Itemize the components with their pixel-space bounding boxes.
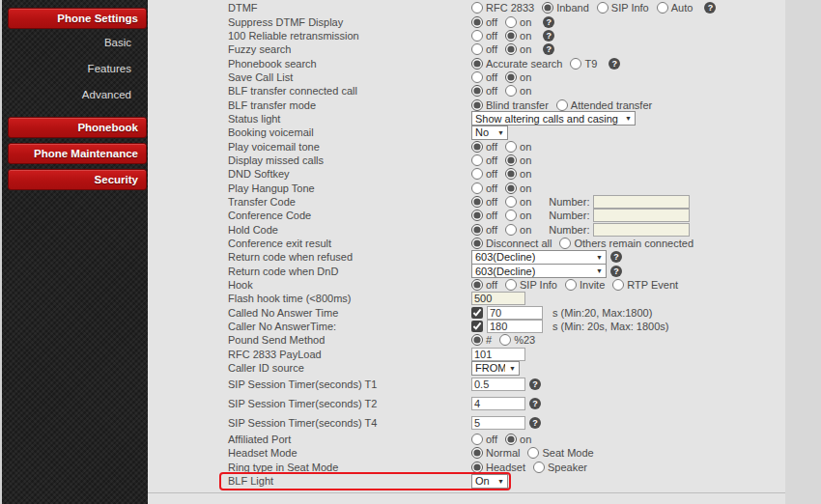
radio-input[interactable] — [499, 334, 511, 346]
radio-option-t9[interactable]: T9 — [570, 58, 597, 70]
radio-option-others-remain-connected[interactable]: Others remain connected — [559, 238, 694, 249]
radio-input[interactable] — [471, 334, 483, 346]
enable-checkbox[interactable] — [471, 307, 483, 319]
radio-input[interactable] — [471, 279, 483, 291]
radio-option-on[interactable]: on — [505, 43, 531, 55]
radio-input[interactable] — [471, 196, 483, 208]
radio-input[interactable] — [471, 141, 483, 153]
radio-option-speaker[interactable]: Speaker — [533, 462, 587, 473]
help-icon[interactable]: ? — [529, 417, 541, 429]
radio-option-blind-transfer[interactable]: Blind transfer — [471, 99, 549, 111]
radio-input[interactable] — [471, 85, 483, 97]
radio-option-rtp-event[interactable]: RTP Event — [612, 279, 678, 291]
text-input-sip-session-timer-seconds-t1[interactable] — [471, 378, 525, 391]
radio-option-on[interactable]: on — [505, 196, 531, 208]
help-icon[interactable]: ? — [610, 266, 622, 277]
radio-input[interactable] — [505, 434, 517, 445]
dropdown-booking-voicemail[interactable]: No▼ — [471, 126, 508, 140]
radio-input[interactable] — [505, 16, 517, 28]
radio-option-off[interactable]: off — [471, 196, 497, 208]
radio-option-off[interactable]: off — [471, 182, 497, 194]
radio-input[interactable] — [471, 182, 483, 194]
radio-input[interactable] — [471, 168, 483, 180]
radio-input[interactable] — [556, 99, 568, 111]
text-input-sip-session-timer-seconds-t4[interactable] — [471, 416, 525, 430]
text-input-hold-code[interactable] — [593, 223, 690, 237]
enable-checkbox[interactable] — [471, 321, 483, 332]
dropdown-blf-light[interactable]: On▼ — [471, 474, 508, 489]
radio-input[interactable] — [471, 2, 483, 14]
radio-option-auto[interactable]: Auto — [657, 2, 694, 14]
text-input-flash-hook-time-800ms-[interactable] — [471, 292, 525, 305]
radio-option-accurate-search[interactable]: Accurate search — [471, 58, 562, 70]
radio-option-on[interactable]: on — [505, 434, 531, 445]
radio-input[interactable] — [471, 462, 483, 473]
sidebar-item-basic[interactable]: Basic — [2, 36, 131, 49]
sidebar-item-features[interactable]: Features — [2, 62, 131, 75]
radio-option-on[interactable]: on — [505, 168, 531, 180]
radio-input[interactable] — [505, 224, 517, 236]
radio-option-rfc-2833[interactable]: RFC 2833 — [471, 2, 534, 14]
radio-input[interactable] — [612, 279, 624, 291]
help-icon[interactable]: ? — [543, 16, 554, 28]
radio-input[interactable] — [471, 58, 483, 70]
sidebar-item-phone-maintenance[interactable]: Phone Maintenance — [8, 143, 147, 164]
radio-input[interactable] — [533, 462, 545, 473]
radio-input[interactable] — [527, 447, 539, 459]
radio-option-normal[interactable]: Normal — [471, 447, 520, 459]
radio-option--[interactable]: # — [471, 334, 492, 346]
radio-option-headset[interactable]: Headset — [471, 462, 525, 473]
help-icon[interactable]: ? — [529, 378, 541, 390]
text-input-sip-session-timer-seconds-t2[interactable] — [471, 397, 525, 410]
radio-input[interactable] — [505, 71, 517, 83]
help-icon[interactable]: ? — [704, 2, 716, 14]
text-input-called-no-answer-time[interactable] — [487, 306, 543, 320]
radio-option-sip-info[interactable]: SIP Info — [505, 279, 557, 291]
radio-input[interactable] — [657, 2, 668, 14]
radio-input[interactable] — [559, 238, 571, 249]
dropdown-return-code-when-dnd[interactable]: 603(Decline)▼ — [471, 264, 607, 278]
radio-option-off[interactable]: off — [471, 224, 497, 236]
radio-option-on[interactable]: on — [505, 154, 531, 166]
radio-option-disconnect-all[interactable]: Disconnect all — [471, 238, 552, 249]
radio-option-seat-mode[interactable]: Seat Mode — [527, 447, 593, 459]
radio-input[interactable] — [505, 85, 517, 97]
text-input-rfc-2833-payload[interactable] — [471, 348, 525, 361]
radio-option-off[interactable]: off — [471, 168, 497, 180]
radio-option-on[interactable]: on — [505, 182, 531, 194]
text-input-transfer-code[interactable] — [593, 195, 690, 209]
radio-option-on[interactable]: on — [505, 71, 531, 83]
help-icon[interactable]: ? — [609, 58, 620, 70]
radio-input[interactable] — [565, 279, 577, 291]
radio-input[interactable] — [505, 141, 517, 153]
radio-option-on[interactable]: on — [505, 85, 531, 97]
radio-option-attended-transfer[interactable]: Attended transfer — [556, 99, 652, 111]
radio-option-sip-info[interactable]: SIP Info — [597, 2, 649, 14]
radio-input[interactable] — [505, 210, 517, 221]
radio-input[interactable] — [570, 58, 581, 70]
help-icon[interactable]: ? — [543, 43, 554, 55]
radio-input[interactable] — [505, 168, 517, 180]
dropdown-status-light[interactable]: Show altering calls and casing LED▼ — [471, 111, 636, 126]
radio-option-off[interactable]: off — [471, 71, 497, 83]
dropdown-caller-id-source[interactable]: FROM▼ — [471, 361, 520, 376]
radio-option-off[interactable]: off — [471, 85, 497, 97]
radio-input[interactable] — [542, 2, 553, 14]
radio-option-on[interactable]: on — [505, 210, 531, 221]
radio-input[interactable] — [505, 196, 517, 208]
radio-option-on[interactable]: on — [505, 224, 531, 236]
radio-option-invite[interactable]: Invite — [565, 279, 605, 291]
radio-input[interactable] — [471, 99, 483, 111]
radio-option-off[interactable]: off — [471, 141, 497, 153]
radio-input[interactable] — [471, 447, 483, 459]
radio-input[interactable] — [471, 30, 483, 42]
sidebar-item-security[interactable]: Security — [8, 169, 147, 190]
sidebar-item-phonebook[interactable]: Phonebook — [8, 117, 147, 138]
help-icon[interactable]: ? — [610, 251, 622, 263]
radio-input[interactable] — [505, 43, 517, 55]
dropdown-return-code-when-refused[interactable]: 603(Decline)▼ — [471, 250, 607, 265]
sidebar-item-advanced[interactable]: Advanced — [2, 88, 131, 101]
radio-option-off[interactable]: off — [471, 434, 497, 445]
radio-input[interactable] — [471, 71, 483, 83]
radio-option-on[interactable]: on — [505, 30, 531, 42]
